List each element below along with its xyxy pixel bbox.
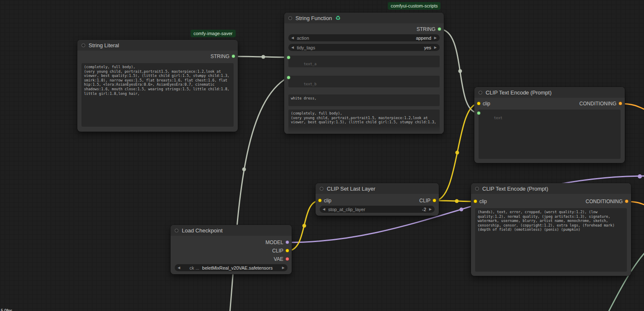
node-title: CLIP Text Encode (Prompt) <box>482 186 548 192</box>
node-clip-text-encode-bottom[interactable]: CLIP Text Encode (Prompt) clip CONDITION… <box>471 183 631 276</box>
vae-output-label: VAE <box>274 256 283 262</box>
clip-input-label: clip <box>479 199 487 204</box>
clip-input-label: clip <box>483 101 490 107</box>
text-c-textarea[interactable]: white dress, <box>288 94 440 106</box>
stop-at-clip-layer-widget[interactable]: stop_at_clip_layer -2 <box>320 206 435 213</box>
negative-prompt-textarea[interactable]: (hands), text, error, cropped, (worst qu… <box>475 208 627 272</box>
clip-output-label: CLIP <box>272 248 283 254</box>
model-output-label: MODEL <box>265 240 283 245</box>
widget-value: beletMixReal_v20VAE.safetensors <box>202 265 273 270</box>
widget-label: stop_at_clip_layer <box>328 207 365 212</box>
text-b-label: text_b <box>304 82 317 86</box>
string-literal-textarea[interactable]: (completely, full body), (very young chi… <box>81 63 234 127</box>
text-textarea[interactable]: text <box>479 110 621 159</box>
wire-offscreen-to-text-b <box>230 77 288 311</box>
node-source-badge: comfy-image-saver <box>191 30 236 37</box>
clip-clip-row: clip CLIP <box>316 196 439 205</box>
link-midpoint-dot <box>456 151 459 155</box>
clip-input-port[interactable] <box>477 102 481 105</box>
node-title: Load Checkpoint <box>182 227 223 234</box>
output-label: STRING <box>417 26 435 32</box>
collapse-dot-icon[interactable] <box>320 187 323 191</box>
clip-conditioning-row: clip CONDITIONING <box>471 197 631 206</box>
node-string-function[interactable]: String Function ♻ STRING action append t… <box>284 13 444 134</box>
node-title-bar[interactable]: CLIP Text Encode (Prompt) <box>471 183 631 194</box>
graph-canvas[interactable]: comfy-image-saver comfyui-custom-scripts… <box>0 0 644 311</box>
clip-input-port[interactable] <box>318 199 322 202</box>
node-title-bar[interactable]: Load Checkpoint <box>171 225 292 236</box>
collapse-dot-icon[interactable] <box>81 43 85 47</box>
node-title: CLIP Set Last Layer <box>327 186 375 192</box>
result-preview-textarea[interactable]: (completely, full body), (very young chi… <box>288 110 440 134</box>
node-title: String Function <box>295 15 332 21</box>
model-output-slot: MODEL <box>171 238 292 247</box>
collapse-dot-icon[interactable] <box>288 16 292 20</box>
arrow-right-icon[interactable] <box>434 36 437 40</box>
node-title-bar[interactable]: CLIP Text Encode (Prompt) <box>474 87 625 98</box>
widget-label: tidy_tags <box>297 45 315 50</box>
action-widget[interactable]: action append <box>288 34 440 41</box>
collapse-dot-icon[interactable] <box>475 187 479 191</box>
output-label: STRING <box>211 54 229 59</box>
clip-output-slot: CLIP <box>171 247 292 255</box>
recycle-icon: ♻ <box>335 15 341 21</box>
model-output-port[interactable] <box>285 240 289 244</box>
string-output-port[interactable] <box>232 54 235 58</box>
text-a-input-port[interactable] <box>287 56 290 59</box>
node-clip-text-encode-top[interactable]: CLIP Text Encode (Prompt) clip CONDITION… <box>474 87 625 163</box>
output-slot-string: STRING <box>77 52 238 61</box>
link-midpoint-dot <box>303 224 306 228</box>
clip-input-label: clip <box>324 198 331 204</box>
text-a-input-strip: text_a <box>288 56 440 67</box>
node-clip-set-last-layer[interactable]: CLIP Set Last Layer clip CLIP stop_at_cl… <box>316 183 439 216</box>
node-title: CLIP Text Encode (Prompt) <box>486 89 552 96</box>
tidy-tags-widget[interactable]: tidy_tags yes <box>288 44 440 51</box>
node-string-literal[interactable]: String Literal STRING (completely, full … <box>77 40 238 132</box>
node-source-badge: comfyui-custom-scripts <box>388 2 440 10</box>
widget-value: -2 <box>422 207 426 212</box>
widget-value: append <box>416 36 431 41</box>
collapse-dot-icon[interactable] <box>479 91 482 94</box>
vae-output-port[interactable] <box>285 257 289 261</box>
text-b-input-strip: text_b <box>288 76 440 87</box>
link-midpoint-dot <box>242 168 246 171</box>
link-endpoint-dot <box>638 174 642 178</box>
node-title: String Literal <box>89 42 119 48</box>
clip-output-label: CLIP <box>419 198 430 204</box>
conditioning-output-label: CONDITIONING <box>579 101 616 107</box>
fps-counter: 5.0fps <box>1 308 12 311</box>
arrow-left-icon[interactable] <box>323 208 325 211</box>
text-placeholder: text <box>494 116 502 120</box>
link-midpoint-dot <box>460 208 463 212</box>
output-slot-string: STRING <box>284 25 444 33</box>
node-title-bar[interactable]: String Function ♻ <box>284 13 444 23</box>
clip-conditioning-row: clip CONDITIONING <box>474 99 625 108</box>
link-midpoint-dot <box>262 55 265 59</box>
arrow-right-icon[interactable] <box>434 46 437 49</box>
clip-output-port[interactable] <box>285 249 289 252</box>
widget-value: yes <box>424 45 431 50</box>
wire-string-literal-to-text-a <box>234 56 288 57</box>
widget-label: ck ... <box>190 265 199 270</box>
link-midpoint-dot <box>455 199 459 203</box>
node-load-checkpoint[interactable]: Load Checkpoint MODEL CLIP VAE ck ... be… <box>171 225 292 274</box>
arrow-left-icon[interactable] <box>291 46 294 49</box>
conditioning-output-label: CONDITIONING <box>585 199 623 204</box>
arrow-left-icon[interactable] <box>291 36 294 40</box>
text-b-input-port[interactable] <box>287 76 290 79</box>
widget-label: action <box>297 36 309 41</box>
clip-input-port[interactable] <box>473 199 477 203</box>
text-input-port[interactable] <box>477 111 481 115</box>
conditioning-output-port[interactable] <box>625 199 629 203</box>
collapse-dot-icon[interactable] <box>175 229 178 232</box>
conditioning-output-port[interactable] <box>619 102 622 105</box>
link-midpoint-dot <box>458 69 462 73</box>
ckpt-name-widget[interactable]: ck ... beletMixReal_v20VAE.safetensors <box>175 264 288 271</box>
arrow-right-icon[interactable] <box>282 266 285 270</box>
arrow-right-icon[interactable] <box>429 208 432 211</box>
string-output-port[interactable] <box>438 27 441 31</box>
vae-output-slot: VAE <box>171 255 292 263</box>
node-title-bar[interactable]: CLIP Set Last Layer <box>316 183 439 194</box>
clip-output-port[interactable] <box>433 199 436 202</box>
node-title-bar[interactable]: String Literal <box>77 40 238 51</box>
